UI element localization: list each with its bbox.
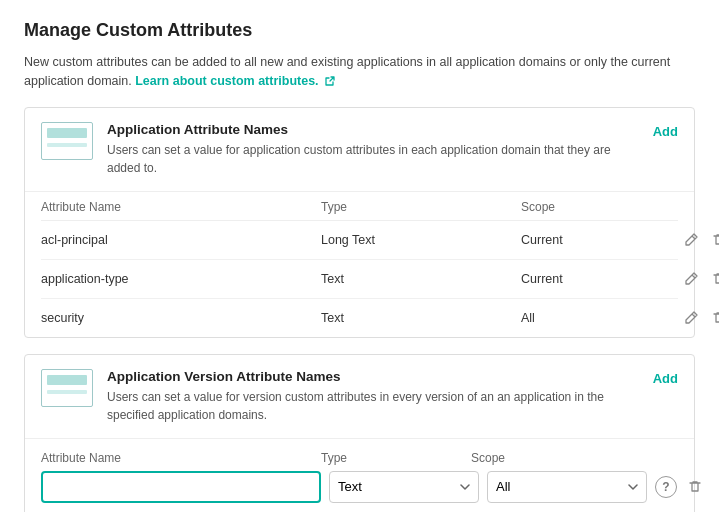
delete-icon (711, 232, 719, 248)
attribute-name-input[interactable] (41, 471, 321, 503)
app-attributes-table: Attribute Name Type Scope acl-principal … (25, 192, 694, 337)
form-labels: Attribute Name Type Scope (41, 451, 678, 465)
row-name: acl-principal (41, 233, 321, 247)
table-row: acl-principal Long Text Current (41, 221, 678, 260)
edit-button[interactable] (681, 308, 701, 328)
col-header-scope: Scope (521, 200, 681, 214)
edit-button[interactable] (681, 230, 701, 250)
delete-icon (711, 271, 719, 287)
edit-button[interactable] (681, 269, 701, 289)
type-label: Type (321, 451, 471, 465)
form-inputs: Text Long Text Number Boolean All Curren… (41, 471, 678, 503)
attribute-name-label: Attribute Name (41, 451, 321, 465)
version-attributes-icon (41, 369, 93, 407)
edit-icon (683, 271, 699, 287)
version-attributes-title: Application Version Attribute Names (107, 369, 639, 384)
app-attributes-table-header: Attribute Name Type Scope (41, 192, 678, 221)
delete-button[interactable] (709, 308, 719, 328)
version-attributes-title-area: Application Version Attribute Names User… (107, 369, 639, 424)
page-title: Manage Custom Attributes (24, 20, 695, 41)
scope-label: Scope (471, 451, 631, 465)
row-name: security (41, 311, 321, 325)
app-attributes-title: Application Attribute Names (107, 122, 639, 137)
row-scope: Current (521, 272, 681, 286)
row-type: Long Text (321, 233, 521, 247)
table-row: security Text All (41, 299, 678, 337)
app-attributes-header: Application Attribute Names Users can se… (25, 108, 694, 192)
delete-button[interactable] (709, 230, 719, 250)
row-actions (681, 230, 719, 250)
help-button[interactable]: ? (655, 476, 677, 498)
version-attributes-section: Application Version Attribute Names User… (24, 354, 695, 513)
scope-select[interactable]: All Current (487, 471, 647, 503)
version-attributes-header: Application Version Attribute Names User… (25, 355, 694, 439)
app-attributes-desc: Users can set a value for application cu… (107, 141, 639, 177)
delete-icon (711, 310, 719, 326)
row-scope: All (521, 311, 681, 325)
col-header-type: Type (321, 200, 521, 214)
app-attributes-add-button[interactable]: Add (653, 122, 678, 139)
delete-button[interactable] (709, 269, 719, 289)
row-actions (681, 308, 719, 328)
learn-link[interactable]: Learn about custom attributes. (135, 74, 336, 88)
row-scope: Current (521, 233, 681, 247)
type-select[interactable]: Text Long Text Number Boolean (329, 471, 479, 503)
version-attributes-add-button[interactable]: Add (653, 369, 678, 386)
external-link-icon (324, 75, 336, 87)
col-header-name: Attribute Name (41, 200, 321, 214)
delete-icon (687, 479, 703, 495)
app-attributes-section: Application Attribute Names Users can se… (24, 107, 695, 338)
app-attributes-icon (41, 122, 93, 160)
row-name: application-type (41, 272, 321, 286)
row-type: Text (321, 311, 521, 325)
version-attributes-desc: Users can set a value for version custom… (107, 388, 639, 424)
delete-row-button[interactable] (685, 477, 705, 497)
table-row: application-type Text Current (41, 260, 678, 299)
edit-icon (683, 232, 699, 248)
row-type: Text (321, 272, 521, 286)
version-attributes-form: Attribute Name Type Scope Text Long Text… (25, 439, 694, 513)
row-actions (681, 269, 719, 289)
app-attributes-title-area: Application Attribute Names Users can se… (107, 122, 639, 177)
edit-icon (683, 310, 699, 326)
page-description: New custom attributes can be added to al… (24, 53, 695, 91)
